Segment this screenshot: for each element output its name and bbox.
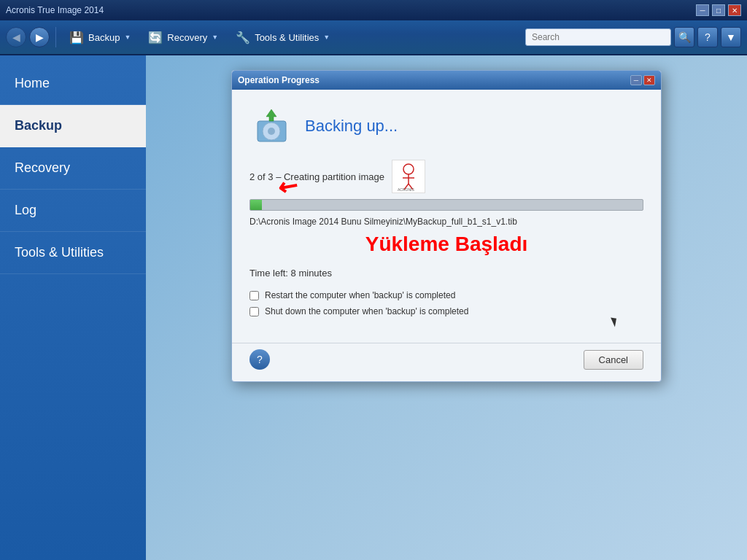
dialog-heading: Backing up...: [305, 117, 398, 136]
dialog-footer: ? Cancel: [232, 343, 661, 381]
recovery-dropdown-arrow: ▼: [212, 34, 218, 41]
shutdown-checkbox[interactable]: [249, 307, 259, 316]
svg-point-4: [403, 164, 414, 174]
window-controls: ─ □ ✕: [696, 4, 741, 16]
main-layout: Home Backup Recovery Log Tools & Utiliti…: [0, 55, 747, 560]
content-area: Operation Progress ─ ✕: [146, 55, 747, 560]
svg-point-2: [268, 128, 275, 135]
recovery-icon: 🔄: [148, 30, 163, 44]
tools-label: Tools & Utilities: [255, 32, 319, 43]
restart-checkbox[interactable]: [249, 291, 259, 300]
progress-bar-fill: [250, 200, 262, 210]
backup-label: Backup: [88, 32, 120, 43]
acronis-logo-svg: ACRONIS: [394, 162, 423, 191]
tools-menu-button[interactable]: 🔧 Tools & Utilities ▼: [228, 27, 337, 47]
backup-dropdown-arrow: ▼: [124, 34, 131, 41]
restart-checkbox-label: Restart the computer when 'backup' is co…: [265, 290, 455, 300]
back-button[interactable]: ◀: [6, 27, 26, 47]
close-button[interactable]: ✕: [728, 4, 741, 16]
tools-dropdown-arrow: ▼: [323, 34, 330, 41]
search-area: 🔍 ? ▼: [525, 27, 741, 47]
svg-marker-3: [266, 109, 276, 121]
tools-icon: 🔧: [236, 30, 250, 44]
toolbar-separator-1: [55, 27, 56, 47]
sidebar-item-recovery[interactable]: Recovery: [0, 147, 146, 190]
file-path: D:\Acronis Image 2014 Bunu Silmeyiniz\My…: [249, 217, 643, 227]
title-bar: Acronis True Image 2014 ─ □ ✕: [0, 0, 747, 20]
dialog-controls: ─ ✕: [630, 75, 655, 85]
progress-text: 2 of 3 – Creating partition image: [249, 171, 384, 182]
recovery-label: Recovery: [167, 32, 207, 43]
backup-menu-button[interactable]: 💾 Backup ▼: [62, 27, 138, 47]
sidebar-item-home[interactable]: Home: [0, 63, 146, 105]
backup-progress-icon: [249, 104, 293, 148]
backup-drive-svg: [252, 106, 292, 147]
sidebar-item-tools[interactable]: Tools & Utilities: [0, 232, 146, 274]
operation-dialog: Operation Progress ─ ✕: [231, 70, 662, 382]
shutdown-checkbox-label: Shut down the computer when 'backup' is …: [265, 306, 468, 316]
cancel-button[interactable]: Cancel: [584, 350, 643, 370]
dialog-body: Backing up... 2 of 3 – Creating partitio…: [232, 90, 661, 343]
recovery-menu-button[interactable]: 🔄 Recovery ▼: [141, 27, 225, 47]
help-button[interactable]: ?: [697, 27, 718, 47]
forward-button[interactable]: ▶: [29, 27, 50, 47]
maximize-button[interactable]: □: [712, 4, 725, 16]
sidebar: Home Backup Recovery Log Tools & Utiliti…: [0, 55, 146, 560]
app-title: Acronis True Image 2014: [6, 5, 104, 15]
dialog-minimize-button[interactable]: ─: [630, 75, 642, 85]
dialog-title-bar: Operation Progress ─ ✕: [232, 71, 661, 90]
sidebar-item-backup[interactable]: Backup: [0, 105, 146, 147]
restart-checkbox-row: Restart the computer when 'backup' is co…: [249, 290, 643, 300]
shutdown-checkbox-row: Shut down the computer when 'backup' is …: [249, 306, 643, 316]
search-input[interactable]: [525, 28, 671, 46]
svg-text:ACRONIS: ACRONIS: [398, 187, 414, 191]
logo-badge: ACRONIS: [392, 160, 425, 193]
backup-icon: 💾: [69, 30, 84, 44]
minimize-button[interactable]: ─: [696, 4, 709, 16]
dialog-title: Operation Progress: [238, 75, 320, 85]
checkboxes-area: Restart the computer when 'backup' is co…: [249, 290, 643, 316]
sidebar-item-log[interactable]: Log: [0, 190, 146, 232]
more-button[interactable]: ▼: [721, 27, 741, 47]
dialog-header: Backing up...: [249, 104, 643, 148]
search-button[interactable]: 🔍: [674, 27, 694, 47]
progress-bar-container: [249, 199, 643, 211]
dialog-close-button[interactable]: ✕: [643, 75, 655, 85]
toolbar: ◀ ▶ 💾 Backup ▼ 🔄 Recovery ▼ 🔧 Tools & Ut…: [0, 20, 747, 55]
annotation-text: Yükleme Başladı: [249, 233, 643, 256]
progress-info: 2 of 3 – Creating partition image ACRONI…: [249, 160, 643, 193]
time-left: Time left: 8 minutes: [249, 268, 643, 279]
dialog-help-button[interactable]: ?: [249, 349, 270, 370]
